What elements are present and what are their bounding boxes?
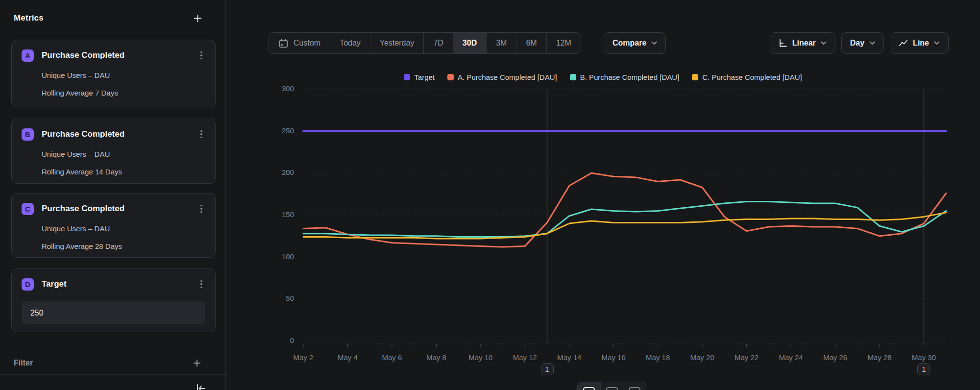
range-label: 30D [463,39,477,48]
range-label: Today [340,39,361,48]
app-root: Metrics A Purchase Completed Unique User… [0,0,980,390]
range-12m[interactable]: 12M [546,33,581,53]
plus-icon [194,14,202,23]
metric-title: Purchase Completed [42,50,190,60]
series-line-3 [303,213,946,239]
chevron-down-icon [651,41,657,45]
compare-button[interactable]: Compare [604,32,666,54]
y-axis-label-250: 250 [282,126,294,135]
metric-card-b[interactable]: B Purchase Completed Unique Users – DAU … [11,119,216,184]
x-axis-label: May 20 [690,353,714,362]
chevron-down-icon [869,41,875,45]
view-type-toggle [577,382,646,390]
view-toggle-chart[interactable] [578,382,600,390]
chart-display-controls: Linear Day Line [770,32,949,54]
metric-rolling-row[interactable]: Rolling Average 7 Days [42,89,205,97]
table-view-icon [606,387,618,390]
view-toggle-breakdown[interactable] [623,382,646,390]
metric-title: Purchase Completed [42,204,190,214]
metric-title: Target [42,279,190,289]
view-toggle-table[interactable] [600,382,623,390]
y-axis-label-200: 200 [282,168,294,176]
metric-menu-button[interactable] [197,129,205,139]
metric-measure-row[interactable]: Unique Users – DAU [42,224,205,233]
scale-button[interactable]: Linear [770,32,835,54]
metric-measure-row[interactable]: Unique Users – DAU [42,71,205,79]
metric-card-c[interactable]: C Purchase Completed Unique Users – DAU … [11,193,216,258]
y-axis-label-100: 100 [282,252,294,261]
compare-label: Compare [612,39,646,48]
chart-type-button[interactable]: Line [890,32,949,54]
x-axis-label: May 16 [602,353,626,362]
x-axis-label: May 30 [912,353,936,362]
filter-title: Filter [14,359,33,367]
metric-menu-button[interactable] [197,279,205,289]
calendar-icon [278,38,289,49]
annotation-badge-1[interactable]: 1 [541,363,554,375]
x-axis-label: May 2 [294,353,314,362]
x-axis-label: May 26 [823,353,847,362]
x-axis-label: May 4 [338,353,358,362]
chevron-down-icon [934,41,940,45]
metric-card-header: B Purchase Completed [22,128,205,141]
date-range-control: Custom Today Yesterday 7D 30D 3M 6M 12M [269,32,581,54]
y-axis-label-50: 50 [286,294,294,302]
metric-card-header: D Target [22,278,205,291]
chart-pane: Custom Today Yesterday 7D 30D 3M 6M 12M … [226,0,980,390]
metric-badge-c: C [22,203,34,215]
range-label: 7D [433,39,443,48]
line-chart-icon [899,39,908,48]
x-axis-label: May 8 [426,353,446,362]
y-axis-label-300: 300 [282,84,294,93]
range-6m[interactable]: 6M [516,33,546,53]
range-custom[interactable]: Custom [269,33,330,53]
metric-card-a[interactable]: A Purchase Completed Unique Users – DAU … [11,40,216,107]
x-axis-label: May 24 [779,353,803,362]
annotation-badge-2[interactable]: 1 [917,363,930,375]
interval-button[interactable]: Day [841,32,884,54]
plus-icon [193,359,201,367]
target-value-input[interactable] [22,301,205,324]
scale-label: Linear [792,39,816,48]
range-7d[interactable]: 7D [423,33,452,53]
add-filter-button[interactable] [191,357,203,369]
target-card[interactable]: D Target [11,268,216,332]
range-3m[interactable]: 3M [486,33,516,53]
range-label: 12M [556,39,571,48]
chart-type-label: Line [913,39,929,48]
filter-section: Filter [14,356,203,370]
y-axis-label-0: 0 [290,336,294,344]
breakdown-view-icon [629,387,640,390]
x-axis-label: May 10 [468,353,492,362]
metric-badge-b: B [22,128,34,141]
sidebar-header: Metrics [14,11,204,25]
x-axis-label: May 18 [646,353,670,362]
metric-menu-button[interactable] [197,50,205,60]
metric-menu-button[interactable] [197,204,205,214]
x-axis-label: May 6 [382,353,402,362]
collapse-panel-icon [195,383,207,390]
add-metric-button[interactable] [192,12,204,24]
chevron-down-icon [821,41,827,45]
metric-title: Purchase Completed [42,129,190,139]
metric-card-header: C Purchase Completed [22,202,205,215]
x-axis-label: May 12 [513,353,537,362]
range-label: Yesterday [380,39,415,48]
collapse-sidebar-button[interactable] [195,383,207,390]
sidebar-footer-divider [0,374,225,375]
metric-measure-row[interactable]: Unique Users – DAU [42,150,205,158]
linear-scale-icon [779,39,787,48]
metric-badge-d: D [22,278,34,291]
range-30d[interactable]: 30D [453,33,486,53]
metric-card-header: A Purchase Completed [22,49,205,62]
chart-view-icon [583,387,595,390]
metric-rolling-row[interactable]: Rolling Average 28 Days [42,242,205,250]
range-today[interactable]: Today [330,33,370,53]
metric-rolling-row[interactable]: Rolling Average 14 Days [42,168,205,176]
chart-area: 050100150200250300May 2May 4May 6May 8Ma… [226,59,980,390]
metrics-title: Metrics [14,13,44,23]
range-yesterday[interactable]: Yesterday [370,33,424,53]
metric-badge-a: A [22,49,34,62]
line-chart: 050100150200250300May 2May 4May 6May 8Ma… [226,59,980,390]
interval-label: Day [850,39,864,48]
